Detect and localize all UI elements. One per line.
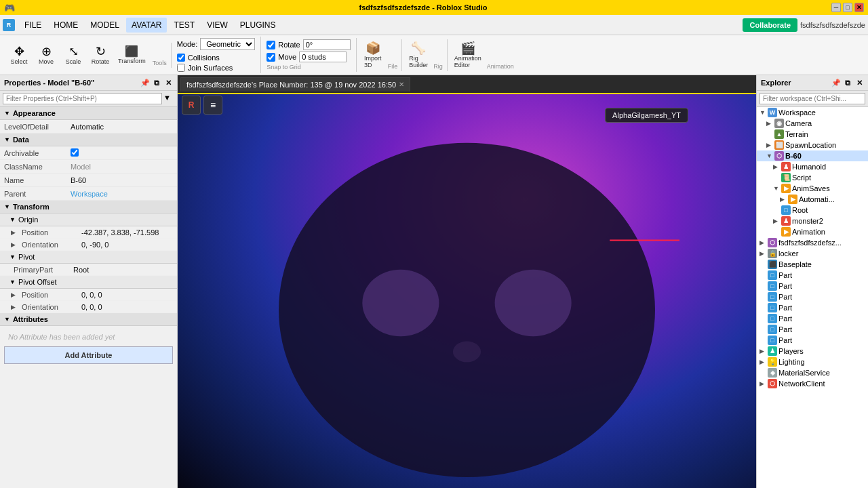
tree-item-part5[interactable]: □Part [757, 313, 868, 324]
pivot-offset-subsection-header[interactable]: ▼ Pivot Offset [0, 276, 177, 289]
viewport-roblox-btn[interactable]: R [182, 96, 201, 115]
pivot-subsection-header[interactable]: ▼ Pivot [0, 251, 177, 264]
rig-tools-section: 🦴 RigBuilder Rig [402, 39, 448, 71]
tree-item-monster2[interactable]: ▶♟monster2 [757, 216, 868, 226]
explorer-filter-input[interactable] [760, 93, 865, 104]
animation-editor-tool[interactable]: 🎬 AnimationEditor [452, 41, 484, 70]
primary-part-row: PrimaryPart Root [0, 264, 177, 276]
data-section-header[interactable]: ▼ Data [0, 134, 177, 146]
tree-item-part3[interactable]: □Part [757, 291, 868, 302]
move-value-input[interactable] [299, 52, 347, 62]
appearance-section-header[interactable]: ▼ Appearance [0, 107, 177, 120]
minimize-btn[interactable]: ─ [831, 3, 841, 12]
tree-item-animation[interactable]: ▶Animation [757, 226, 868, 237]
tree-item-fsdfszfsd[interactable]: ▶⬡fsdfszfsdfszdefsz... [757, 237, 868, 248]
tree-item-networkclient[interactable]: ▶⬡NetworkClient [757, 378, 868, 389]
transform-arrow: ▼ [4, 203, 10, 210]
anim-icon: ▶ [788, 195, 797, 204]
panel-close-icon[interactable]: ✕ [163, 78, 173, 87]
menubar: R FILE HOME MODEL AVATAR TEST VIEW PLUGI… [0, 15, 868, 35]
explorer-pin-icon[interactable]: 📌 [831, 78, 841, 87]
select-tool[interactable]: ✥ Select [7, 44, 31, 66]
tree-item-camera[interactable]: ▶◉Camera [757, 118, 868, 129]
humanoid-icon: ♟ [781, 216, 791, 226]
explorer-float-icon[interactable]: ⧉ [843, 78, 852, 87]
collaborate-button[interactable]: Collaborate [743, 18, 797, 32]
tree-item-materialservice[interactable]: ◈MaterialService [757, 367, 868, 378]
maximize-btn[interactable]: □ [843, 3, 852, 12]
tree-item-lighting[interactable]: ▶💡Lighting [757, 357, 868, 367]
join-surfaces-checkbox[interactable] [177, 64, 185, 72]
classname-row: ClassName Model [0, 160, 177, 174]
origin-subsection-header[interactable]: ▼ Origin [0, 214, 177, 226]
tree-item-baseplate[interactable]: ⬛Baseplate [757, 259, 868, 270]
tree-label-camera: Camera [785, 119, 812, 127]
rotate-tool[interactable]: ↻ Rotate [88, 44, 113, 66]
tree-label-baseplate: Baseplate [778, 260, 812, 268]
snap-section-label: Snap to Grid [267, 64, 350, 70]
tree-item-animsaves[interactable]: ▼▶AnimSaves [757, 183, 868, 194]
tree-item-part2[interactable]: □Part [757, 281, 868, 291]
viewport-list-btn[interactable]: ≡ [203, 96, 222, 115]
transform-tool[interactable]: ⬛ Transform [115, 45, 149, 66]
panel-pin-icon[interactable]: 📌 [140, 78, 150, 87]
material-icon: ◈ [768, 368, 777, 378]
join-surfaces-label: Join Surfaces [188, 64, 233, 72]
transform-section-header[interactable]: ▼ Transform [0, 201, 177, 214]
anim-tools-section: 🎬 AnimationEditor Animation [448, 39, 518, 71]
tree-item-automati[interactable]: ▶▶Automati... [757, 194, 868, 205]
menu-test[interactable]: TEST [168, 18, 200, 33]
tree-item-workspace[interactable]: ▼WWorkspace [757, 107, 868, 118]
anim-icon: ▶ [781, 184, 791, 193]
tree-item-part4[interactable]: □Part [757, 302, 868, 313]
explorer-close-icon[interactable]: ✕ [854, 78, 864, 87]
properties-filter-input[interactable] [3, 93, 162, 104]
pivot-offset-ori-key: Orientation [19, 302, 79, 312]
tree-item-humanoid[interactable]: ▶♟Humanoid [757, 161, 868, 172]
menu-home[interactable]: HOME [48, 18, 83, 33]
tree-item-terrain[interactable]: ▲Terrain [757, 129, 868, 140]
menu-file[interactable]: FILE [19, 18, 47, 33]
rotate-snap-checkbox[interactable] [267, 41, 275, 49]
panel-float-icon[interactable]: ⧉ [152, 78, 161, 87]
tree-item-part7[interactable]: □Part [757, 335, 868, 346]
properties-filter-bar: ▼ [0, 91, 177, 107]
menu-model[interactable]: MODEL [85, 18, 125, 33]
attributes-section-header[interactable]: ▼ Attributes [0, 313, 177, 326]
username-label: fsdfszfsdfszdefszde [800, 21, 865, 29]
tree-item-locker[interactable]: ▶🔒locker [757, 248, 868, 259]
scale-tool[interactable]: ⤡ Scale [61, 44, 85, 66]
filter-dropdown-icon[interactable]: ▼ [163, 94, 174, 104]
rig-builder-tool[interactable]: 🦴 RigBuilder [406, 41, 431, 70]
rotate-label: Rotate [92, 58, 110, 65]
viewport-tab-item[interactable]: fsdfszfsdfszdefszde's Place Number: 135 … [180, 77, 410, 92]
tree-item-script[interactable]: 📜Script [757, 172, 868, 183]
tree-label-workspace: Workspace [778, 108, 816, 117]
explorer-header-icons: 📌 ⧉ ✕ [831, 78, 864, 87]
tree-item-part1[interactable]: □Part [757, 270, 868, 281]
move-tool[interactable]: ⊕ Move [34, 44, 58, 66]
tree-item-part6[interactable]: □Part [757, 324, 868, 335]
collisions-checkbox[interactable] [177, 54, 185, 62]
move-snap-checkbox[interactable] [267, 53, 275, 62]
mode-select[interactable]: Geometric [200, 38, 255, 50]
tree-item-root[interactable]: □Root [757, 205, 868, 216]
viewport[interactable]: fsdfszfsdfszdefszde's Place Number: 135 … [178, 75, 756, 488]
name-key: Name [0, 175, 68, 186]
close-btn[interactable]: ✕ [854, 3, 864, 12]
parent-row: Parent Workspace [0, 187, 177, 201]
script-icon: 📜 [781, 173, 791, 182]
explorer-tree: ▼WWorkspace▶◉Camera▲Terrain▶⬜SpawnLocati… [757, 107, 868, 488]
tree-item-players[interactable]: ▶♟Players [757, 346, 868, 357]
menu-avatar[interactable]: AVATAR [126, 18, 167, 33]
menu-plugins[interactable]: PLUGINS [235, 18, 281, 33]
classname-val: Model [68, 161, 177, 172]
add-attribute-button[interactable]: Add Attribute [4, 346, 173, 364]
tree-item-spawnlocation[interactable]: ▶⬜SpawnLocation [757, 140, 868, 150]
archivable-checkbox[interactable] [71, 148, 79, 157]
menu-view[interactable]: VIEW [201, 18, 233, 33]
viewport-tab-close[interactable]: ✕ [399, 81, 404, 88]
tree-item-b60[interactable]: ▼⬡B-60 [757, 150, 868, 161]
rotate-value-input[interactable] [303, 39, 351, 50]
import3d-tool[interactable]: 📦 Import3D [361, 41, 385, 70]
